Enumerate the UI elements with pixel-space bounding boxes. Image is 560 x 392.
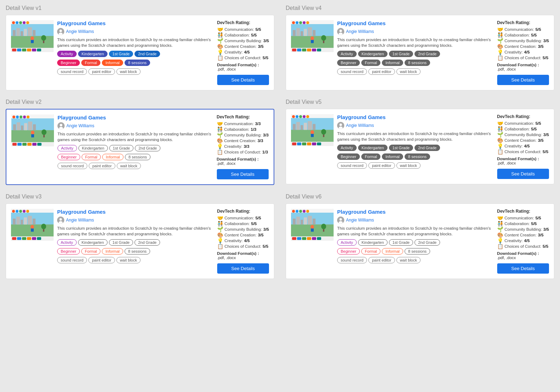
tool-tag[interactable]: paint editor (368, 257, 395, 263)
tag-item[interactable]: Informal (102, 60, 123, 66)
download-label: Download Format(s) : (497, 251, 539, 256)
tag-item[interactable]: 2nd Grade (414, 51, 440, 57)
card-v1: Playground Games Angie WilliamsThis curr… (6, 15, 274, 90)
tool-tag[interactable]: wait block (116, 68, 141, 75)
tag-item[interactable]: Beginner (337, 153, 360, 160)
rating-row: 🤝Communication: 5/5 (217, 215, 269, 220)
tag-item[interactable]: Activity (337, 51, 357, 57)
tag-item[interactable]: Kindergarten (358, 51, 388, 57)
card-thumbnail (291, 114, 334, 146)
tool-tag[interactable]: paint editor (368, 162, 395, 169)
author-link[interactable]: Angie Williams (346, 123, 374, 128)
rating-icon: 🎨 (217, 233, 223, 237)
see-details-button[interactable]: See Details (497, 263, 549, 274)
card-title-link[interactable]: Playground Games (57, 209, 214, 215)
tag-item[interactable]: 1st Grade (109, 51, 133, 57)
tag-item[interactable]: 1st Grade (109, 239, 133, 246)
rating-row: 🎨Content Creation: 3/5 (217, 233, 269, 237)
tool-tag[interactable]: paint editor (368, 68, 395, 75)
tool-tag[interactable]: wait block (117, 163, 141, 169)
tag-item[interactable]: Beginner (57, 248, 80, 254)
tool-tag[interactable]: sound record (337, 257, 367, 263)
card-title-link[interactable]: Playground Games (337, 20, 494, 26)
tag-item[interactable]: 8 sessions (125, 248, 150, 254)
tag-item[interactable]: 8 sessions (125, 60, 150, 66)
tool-tag[interactable]: paint editor (89, 163, 115, 169)
tag-item[interactable]: 2nd Grade (134, 51, 160, 57)
tag-item[interactable]: Activity (337, 145, 357, 151)
tag-item[interactable]: Beginner (337, 60, 360, 66)
tag-item[interactable]: Formal (361, 248, 380, 254)
tag-item[interactable]: 1st Grade (109, 145, 133, 151)
tag-item[interactable]: Informal (382, 153, 403, 160)
tool-tag[interactable]: sound record (57, 163, 87, 169)
tag-item[interactable]: Activity (337, 239, 357, 246)
card-title-link[interactable]: Playground Games (337, 209, 494, 215)
card-title-link[interactable]: Playground Games (337, 114, 494, 120)
tool-tag[interactable]: wait block (116, 257, 141, 263)
tag-item[interactable]: Kindergarten (78, 51, 108, 57)
tag-item[interactable]: 8 sessions (405, 153, 430, 160)
card-main: Playground Games Angie WilliamsThis curr… (57, 209, 214, 274)
tag-item[interactable]: Beginner (57, 154, 80, 160)
svg-point-11 (41, 35, 46, 41)
author-link[interactable]: Angie Williams (66, 218, 94, 223)
tag-item[interactable]: Kindergarten (358, 239, 388, 246)
tag-item[interactable]: 8 sessions (125, 154, 150, 160)
tag-item[interactable]: 1st Grade (389, 51, 413, 57)
tag-item[interactable]: 2nd Grade (414, 239, 440, 246)
tool-tag[interactable]: sound record (57, 68, 87, 75)
card-title-link[interactable]: Playground Games (57, 20, 214, 26)
tool-tag[interactable]: paint editor (88, 68, 115, 75)
tag-item[interactable]: Beginner (337, 248, 360, 254)
tag-item[interactable]: Activity (57, 145, 77, 151)
tag-item[interactable]: 8 sessions (405, 60, 430, 66)
rating-label: Content Creation: (225, 44, 257, 49)
tag-item[interactable]: Informal (102, 154, 123, 160)
tag-item[interactable]: Activity (57, 239, 77, 246)
tag-item[interactable]: Formal (361, 153, 380, 160)
panel-v5: Detail View v5 (280, 94, 560, 189)
tool-tag[interactable]: sound record (337, 68, 367, 75)
tools-row: sound recordpaint editorwait block (57, 68, 214, 75)
tag-item[interactable]: Formal (361, 60, 380, 66)
tool-tag[interactable]: sound record (57, 257, 87, 263)
rating-row: 🤝Communication: 5/5 (497, 215, 549, 220)
author-link[interactable]: Angie Williams (66, 29, 94, 34)
rating-row: 🎨Content Creation: 3/5 (497, 233, 549, 237)
author-link[interactable]: Angie Williams (66, 123, 94, 128)
see-details-button[interactable]: See Details (497, 169, 549, 179)
tag-item[interactable]: Beginner (57, 60, 80, 66)
tool-tag[interactable]: sound record (337, 162, 367, 169)
tag-item[interactable]: Informal (382, 248, 403, 254)
author-link[interactable]: Angie Williams (346, 218, 374, 223)
rating-label: Collaboration: (224, 127, 249, 131)
see-details-button[interactable]: See Details (217, 169, 269, 179)
tool-tag[interactable]: paint editor (88, 257, 115, 263)
tag-item[interactable]: Kindergarten (78, 145, 108, 151)
see-details-button[interactable]: See Details (217, 75, 269, 85)
tool-tag[interactable]: wait block (396, 68, 421, 75)
tag-item[interactable]: Activity (57, 51, 77, 57)
tag-item[interactable]: Kindergarten (358, 145, 388, 151)
tag-item[interactable]: 1st Grade (389, 239, 413, 246)
tag-item[interactable]: Formal (81, 60, 100, 66)
card-main: Playground Games Angie WilliamsThis curr… (57, 114, 213, 179)
see-details-button[interactable]: See Details (217, 263, 269, 274)
tool-tag[interactable]: wait block (396, 162, 421, 169)
tag-item[interactable]: 8 sessions (405, 248, 430, 254)
tool-tag[interactable]: wait block (396, 257, 421, 263)
tag-item[interactable]: Informal (102, 248, 123, 254)
tag-item[interactable]: 2nd Grade (134, 239, 160, 246)
tag-item[interactable]: 2nd Grade (135, 145, 160, 151)
tag-item[interactable]: Formal (81, 248, 100, 254)
tag-item[interactable]: 2nd Grade (414, 145, 440, 151)
see-details-button[interactable]: See Details (497, 75, 549, 85)
tag-item[interactable]: 1st Grade (389, 145, 413, 151)
tag-item[interactable]: Formal (82, 154, 101, 160)
tag-item[interactable]: Informal (382, 60, 403, 66)
panel-v4: Detail View v4 (280, 0, 560, 94)
card-title-link[interactable]: Playground Games (57, 114, 213, 121)
tag-item[interactable]: Kindergarten (78, 239, 108, 246)
author-link[interactable]: Angie Williams (346, 29, 374, 34)
